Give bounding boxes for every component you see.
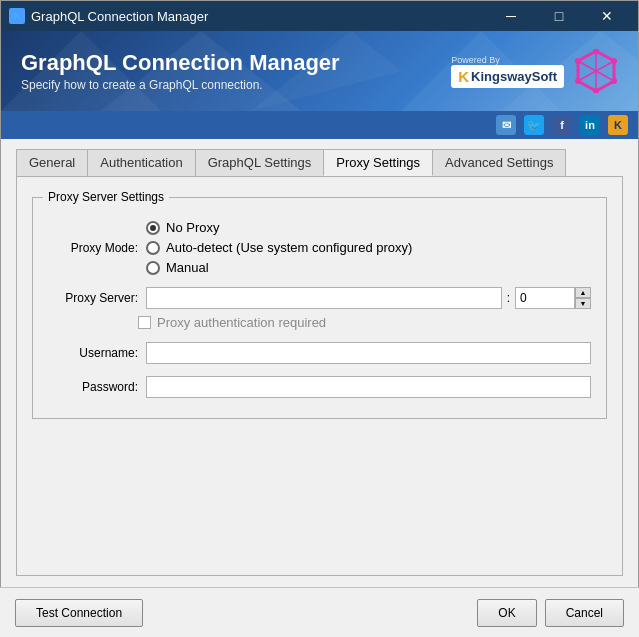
graphql-logo-icon [574, 49, 618, 93]
linkedin-social-icon[interactable]: in [580, 115, 600, 135]
app-icon: K [9, 8, 25, 24]
close-button[interactable]: ✕ [584, 1, 630, 31]
kingsway-social-icon[interactable]: K [608, 115, 628, 135]
minimize-button[interactable]: ─ [488, 1, 534, 31]
proxy-mode-row: Proxy Mode: No Proxy Auto-detect (Use sy… [48, 220, 591, 275]
maximize-button[interactable]: □ [536, 1, 582, 31]
radio-no-proxy[interactable]: No Proxy [146, 220, 591, 235]
username-label: Username: [48, 346, 138, 360]
test-connection-button[interactable]: Test Connection [15, 599, 143, 627]
tab-bar: General Authentication GraphQL Settings … [16, 149, 623, 176]
email-social-icon[interactable]: ✉ [496, 115, 516, 135]
port-colon: : [507, 291, 510, 305]
powered-by-section: Powered By KKingswaySoft [451, 55, 564, 88]
proxy-server-input[interactable] [146, 287, 502, 309]
social-bar: ✉ 🐦 f in K [1, 111, 638, 139]
password-input[interactable] [146, 376, 591, 398]
facebook-social-icon[interactable]: f [552, 115, 572, 135]
radio-no-proxy-btn[interactable] [146, 221, 160, 235]
tab-graphql-settings[interactable]: GraphQL Settings [195, 149, 325, 176]
tab-advanced-settings[interactable]: Advanced Settings [432, 149, 566, 176]
group-box-label: Proxy Server Settings [43, 190, 169, 204]
password-label: Password: [48, 380, 138, 394]
radio-manual[interactable]: Manual [146, 260, 591, 275]
tab-general[interactable]: General [16, 149, 88, 176]
port-spin-up[interactable]: ▲ [575, 287, 591, 298]
ok-button[interactable]: OK [477, 599, 536, 627]
proxy-auth-checkbox[interactable] [138, 316, 151, 329]
proxy-server-row: Proxy Server: : ▲ ▼ [48, 287, 591, 309]
proxy-auth-label: Proxy authentication required [157, 315, 326, 330]
kingsway-logo: KKingswaySoft [451, 65, 564, 88]
twitter-social-icon[interactable]: 🐦 [524, 115, 544, 135]
radio-auto-detect[interactable]: Auto-detect (Use system configured proxy… [146, 240, 591, 255]
bottom-bar: Test Connection OK Cancel [0, 587, 639, 637]
app-subtitle: Specify how to create a GraphQL connecti… [21, 78, 340, 92]
password-row: Password: [48, 376, 591, 398]
proxy-server-label: Proxy Server: [48, 291, 138, 305]
proxy-server-settings-group: Proxy Server Settings Proxy Mode: No Pro… [32, 197, 607, 419]
username-input[interactable] [146, 342, 591, 364]
username-row: Username: [48, 342, 591, 364]
radio-manual-btn[interactable] [146, 261, 160, 275]
tab-authentication[interactable]: Authentication [87, 149, 195, 176]
radio-auto-detect-btn[interactable] [146, 241, 160, 255]
proxy-mode-label: Proxy Mode: [48, 241, 138, 255]
cancel-button[interactable]: Cancel [545, 599, 624, 627]
ok-cancel-group: OK Cancel [477, 599, 624, 627]
port-spinner[interactable]: ▲ ▼ [575, 287, 591, 309]
proxy-mode-radio-group: No Proxy Auto-detect (Use system configu… [146, 220, 591, 275]
port-spin-down[interactable]: ▼ [575, 298, 591, 309]
proxy-port-input[interactable] [515, 287, 575, 309]
tab-proxy-settings[interactable]: Proxy Settings [323, 149, 433, 176]
title-bar: K GraphQL Connection Manager ─ □ ✕ [1, 1, 638, 31]
header-banner: GraphQL Connection Manager Specify how t… [1, 31, 638, 111]
proxy-settings-panel: Proxy Server Settings Proxy Mode: No Pro… [16, 176, 623, 576]
window-title: GraphQL Connection Manager [31, 9, 208, 24]
proxy-auth-checkbox-row[interactable]: Proxy authentication required [138, 315, 591, 330]
main-content: General Authentication GraphQL Settings … [1, 139, 638, 586]
powered-by-text: Powered By [451, 55, 564, 65]
window-controls: ─ □ ✕ [488, 1, 630, 31]
app-title: GraphQL Connection Manager [21, 50, 340, 76]
